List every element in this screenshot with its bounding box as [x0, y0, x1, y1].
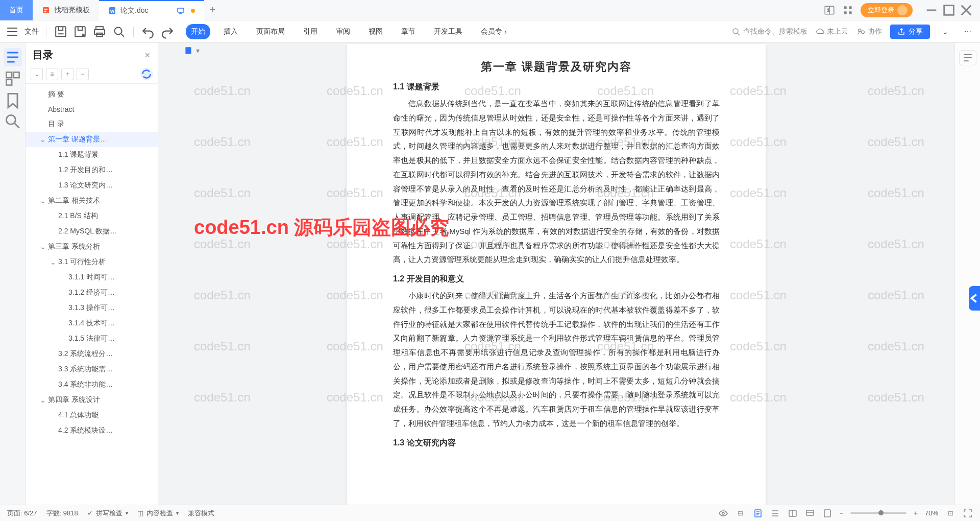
rail-outline[interactable]	[4, 48, 22, 66]
zoom-out[interactable]: −	[840, 509, 844, 517]
toggle-panel-icon[interactable]	[959, 50, 976, 65]
toc-item[interactable]: 目 录	[26, 116, 158, 132]
svg-point-23	[6, 115, 15, 124]
ribbon-引用[interactable]: 引用	[298, 24, 323, 39]
toc-item[interactable]: ⌄第四章 系统设计	[26, 392, 158, 408]
toc-item[interactable]: 摘 要	[26, 87, 158, 102]
ribbon-章节[interactable]: 章节	[396, 24, 421, 39]
maximize-button[interactable]	[941, 3, 957, 17]
zoom-in[interactable]: +	[914, 509, 918, 517]
new-tab-button[interactable]: +	[204, 4, 220, 16]
print-preview-icon[interactable]	[112, 25, 126, 39]
toc-item[interactable]: Abstract	[26, 102, 158, 116]
titlebar: 首页 找稻壳模板 W 论文.doc + 1 立即登录	[0, 0, 980, 20]
zoom-slider[interactable]	[850, 512, 906, 514]
toc-item[interactable]: 3.1.4 技术可…	[26, 316, 158, 331]
tab-templates[interactable]: 找稻壳模板	[33, 0, 99, 20]
toc-item[interactable]: 4.2 系统模块设…	[26, 423, 158, 438]
page-marker-icon[interactable]	[184, 46, 193, 55]
fullscreen-icon[interactable]	[963, 508, 973, 518]
flyout-handle[interactable]	[969, 286, 980, 311]
print-icon[interactable]	[92, 25, 107, 39]
shield-icon: ◫	[137, 509, 143, 517]
toc-item[interactable]: 3.4 系统非功能…	[26, 377, 158, 392]
view-read-icon[interactable]	[788, 508, 798, 518]
toc-item[interactable]: ⌄第二章 相关技术	[26, 193, 158, 208]
toc-label: 3.4 系统非功能…	[58, 380, 113, 389]
view-web-icon[interactable]	[805, 508, 815, 518]
ribbon-开始[interactable]: 开始	[186, 24, 210, 39]
apps-icon[interactable]	[842, 5, 853, 16]
ribbon-视图[interactable]: 视图	[363, 24, 388, 39]
ribbon-member[interactable]: 会员专›	[476, 24, 512, 39]
toc-label: 3.1.5 法律可…	[68, 334, 115, 343]
close-button[interactable]	[959, 3, 974, 17]
outline-title: 目录	[33, 48, 53, 62]
collapse-all-icon[interactable]: ⌄	[31, 68, 43, 80]
toc-item[interactable]: ⌄3.1 可行性分析	[26, 254, 158, 270]
collab-button[interactable]: 协作	[856, 27, 882, 36]
tab-document[interactable]: W 论文.doc	[99, 0, 204, 20]
chevron-down-icon: ⌄	[40, 396, 46, 404]
login-button[interactable]: 立即登录	[861, 3, 913, 17]
chevron-down-icon[interactable]: ⌄	[938, 25, 952, 39]
menu-icon[interactable]	[5, 25, 19, 39]
toc-item[interactable]: 3.1.1 时间可…	[26, 270, 158, 285]
remove-heading-icon[interactable]: −	[77, 68, 89, 80]
view-settings-icon[interactable]	[822, 508, 832, 518]
present-icon[interactable]	[177, 7, 185, 15]
tab-home[interactable]: 首页	[0, 0, 33, 20]
split-icon[interactable]: 1	[824, 5, 835, 16]
cloud-status[interactable]: 未上云	[816, 27, 848, 36]
document-area[interactable]: ▾ 第一章 课题背景及研究内容 1.1 课题背景 信息数据从传统到当代，是一直在…	[158, 43, 954, 505]
toc-item[interactable]: 1.3 论文研究内…	[26, 178, 158, 193]
fit-width-icon[interactable]: ⊡	[945, 508, 955, 518]
expand-all-icon[interactable]: ≡	[46, 68, 58, 80]
toc-item[interactable]: ⌄第一章 课题背景…	[26, 132, 158, 147]
command-search[interactable]: 查找命令、搜索模板	[732, 27, 807, 36]
toc-item[interactable]: 3.1.5 法律可…	[26, 331, 158, 346]
status-words[interactable]: 字数: 9818	[46, 509, 78, 518]
toc-item[interactable]: ⌄第三章 系统分析	[26, 239, 158, 254]
rail-thumbnails[interactable]	[4, 69, 22, 88]
dropdown-icon[interactable]: ▾	[196, 46, 200, 55]
view-page-icon[interactable]	[753, 508, 763, 518]
compat-mode[interactable]: 兼容模式	[188, 509, 214, 518]
save-as-icon[interactable]	[73, 25, 87, 39]
content-check[interactable]: ◫内容检查 ▾	[137, 509, 179, 518]
close-icon[interactable]: ✕	[144, 51, 151, 59]
ribbon-审阅[interactable]: 审阅	[331, 24, 355, 39]
rail-bookmark[interactable]	[4, 91, 22, 109]
toc-item[interactable]: 3.3 系统功能需…	[26, 362, 158, 377]
undo-icon[interactable]	[141, 25, 155, 39]
file-menu[interactable]: 文件	[24, 27, 39, 36]
toc-item[interactable]: 4.1 总体功能	[26, 408, 158, 423]
redo-icon[interactable]	[160, 25, 175, 39]
share-button[interactable]: 分享	[890, 25, 930, 39]
ribbon-开发工具[interactable]: 开发工具	[429, 24, 468, 39]
ribbon-插入[interactable]: 插入	[218, 24, 243, 39]
toc-item[interactable]: 2.2 MySQL 数据…	[26, 224, 158, 239]
save-icon[interactable]	[54, 25, 68, 39]
toc-item[interactable]: 2.1 B/S 结构	[26, 208, 158, 224]
toc-item[interactable]: 1.2 开发目的和…	[26, 162, 158, 178]
svg-rect-22	[6, 80, 12, 85]
toc-item[interactable]: 3.1.2 经济可…	[26, 285, 158, 300]
tab-label: 找稻壳模板	[54, 6, 90, 15]
add-heading-icon[interactable]: +	[61, 68, 74, 80]
svg-rect-6	[844, 6, 847, 9]
minimize-button[interactable]	[924, 3, 939, 17]
toc-item[interactable]: 1.1 课题背景	[26, 147, 158, 162]
rail-search[interactable]	[4, 112, 22, 131]
toc-item[interactable]: 3.1.3 操作可…	[26, 300, 158, 316]
ruler-icon[interactable]: ⊟	[736, 508, 746, 518]
view-outline-icon[interactable]	[770, 508, 780, 518]
more-icon[interactable]: ⋯	[961, 25, 975, 39]
refresh-icon[interactable]	[140, 68, 153, 80]
spell-check[interactable]: ✓拼写检查 ▾	[87, 509, 128, 518]
zoom-value[interactable]: 70%	[925, 509, 938, 517]
toc-item[interactable]: 3.2 系统流程分…	[26, 346, 158, 362]
status-page[interactable]: 页面: 6/27	[7, 509, 37, 518]
eye-icon[interactable]	[718, 508, 728, 518]
ribbon-页面布局[interactable]: 页面布局	[251, 24, 290, 39]
